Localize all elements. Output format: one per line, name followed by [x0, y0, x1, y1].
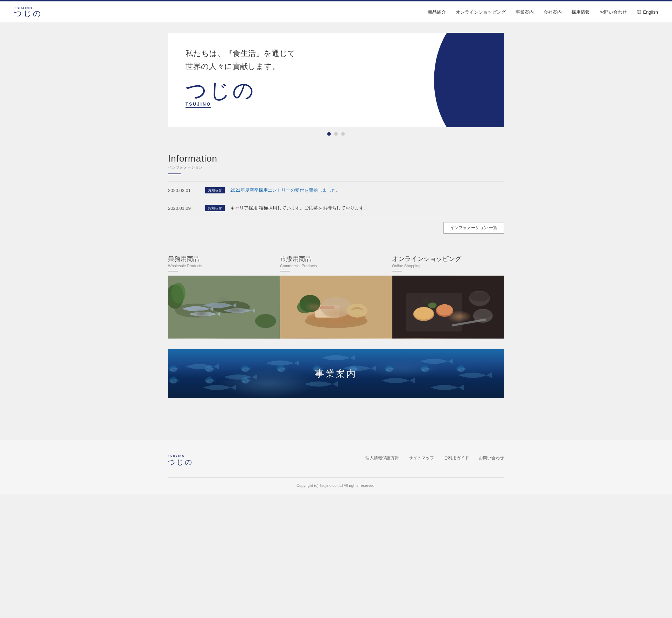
info-text-2: キャリア採用 積極採用しています。ご応募をお待ちしております。 — [230, 205, 368, 211]
svg-point-25 — [437, 304, 453, 315]
products-titles-row: 業務用商品 Wholesale Products 市販用商品 Commercia… — [168, 255, 504, 276]
footer-logo-tsujino: TSUJINO — [168, 454, 193, 457]
nav-item-contact[interactable]: お問い合わせ — [600, 9, 627, 15]
info-date-2: 2020.01.29 — [168, 206, 200, 211]
nav-item-shopping[interactable]: オンラインショッピング — [456, 9, 506, 15]
footer-logo-jp: つじの — [168, 457, 193, 467]
footer-logo: TSUJINO つじの — [168, 454, 193, 467]
info-badge-1: お知らせ — [205, 187, 225, 193]
svg-point-17 — [346, 304, 368, 318]
slider-dots — [168, 127, 504, 143]
svg-point-10 — [255, 314, 276, 328]
hero-tagline-line2: 世界の人々に貢献します。 — [186, 60, 486, 73]
product-title-en-3: Online Shopping — [392, 264, 500, 268]
jigyou-banner[interactable]: 事業案内 — [168, 349, 504, 398]
hero-section: 私たちは、『食生活』を通じて 世界の人々に貢献します。 つじの TSUJINO — [168, 33, 504, 143]
svg-point-24 — [436, 304, 454, 317]
info-title-en: Information — [168, 153, 504, 164]
svg-point-30 — [474, 310, 492, 318]
product-divider-1 — [168, 271, 178, 271]
product-title-en-2: Commercial Products — [280, 264, 388, 268]
slider-dot-1[interactable] — [327, 132, 331, 136]
product-link-commercial[interactable] — [280, 276, 392, 339]
product-link-wholesale[interactable] — [168, 276, 280, 339]
svg-point-7 — [211, 301, 250, 313]
hero-brand-tsujino: TSUJINO — [186, 102, 211, 108]
svg-point-16 — [320, 297, 352, 318]
info-title-jp: インフォメーション — [168, 165, 504, 170]
nav-item-careers[interactable]: 採用情報 — [572, 9, 590, 15]
info-link-1[interactable]: 2021年度新卒採用エントリーの受付を開始しました。 — [230, 187, 341, 193]
logo-jp-text: つじの — [14, 10, 42, 17]
svg-point-29 — [473, 309, 493, 323]
info-item-1: 2020.03.01 お知らせ 2021年度新卒採用エントリーの受付を開始しまし… — [168, 182, 504, 199]
product-img-online — [392, 276, 504, 339]
hero-tagline-line1: 私たちは、『食生活』を通じて — [186, 47, 486, 60]
svg-point-28 — [470, 292, 489, 301]
product-images-row — [168, 276, 504, 339]
product-divider-3 — [392, 271, 402, 271]
lang-label: English — [643, 9, 658, 15]
header-logo[interactable]: TSUJINO つじの — [14, 6, 42, 17]
footer-nav-contact[interactable]: お問い合わせ — [479, 455, 504, 460]
product-title-en-1: Wholesale Products — [168, 264, 276, 268]
product-img-commercial — [280, 276, 392, 339]
product-col-2-header: 市販用商品 Commercial Products — [280, 255, 392, 276]
lang-switch[interactable]: English — [637, 9, 658, 15]
svg-point-13 — [306, 312, 365, 323]
globe-icon — [637, 9, 642, 14]
svg-rect-14 — [315, 305, 340, 318]
hero-banner: 私たちは、『食生活』を通じて 世界の人々に貢献します。 つじの TSUJINO — [168, 33, 504, 127]
slider-dot-2[interactable] — [334, 132, 338, 136]
online-illustration — [392, 276, 504, 339]
nav-item-business[interactable]: 事業案内 — [516, 9, 534, 15]
svg-rect-21 — [406, 293, 462, 332]
svg-point-22 — [413, 307, 434, 321]
site-footer: TSUJINO つじの 個人情報保護方針 サイトマップ ご利用ガイド お問い合わ… — [0, 440, 672, 495]
product-title-jp-1: 業務用商品 — [168, 255, 276, 263]
svg-point-26 — [428, 303, 437, 308]
footer-top: TSUJINO つじの 個人情報保護方針 サイトマップ ご利用ガイド お問い合わ… — [168, 454, 504, 474]
jigyou-label: 事業案内 — [315, 368, 357, 380]
footer-nav-guide[interactable]: ご利用ガイド — [444, 455, 469, 460]
svg-rect-5 — [168, 276, 280, 338]
product-col-1-header: 業務用商品 Wholesale Products — [168, 255, 280, 276]
svg-rect-15 — [320, 306, 334, 309]
product-img-wholesale — [168, 276, 280, 339]
footer-inner: TSUJINO つじの 個人情報保護方針 サイトマップ ご利用ガイド お問い合わ… — [168, 454, 504, 488]
info-more-btn[interactable]: インフォメーション 一覧 — [443, 222, 504, 234]
info-date-1: 2020.03.01 — [168, 188, 200, 193]
product-divider-2 — [280, 271, 290, 271]
product-col-3-header: オンラインショッピング Online Shopping — [392, 255, 504, 276]
svg-point-23 — [414, 307, 434, 320]
main-content: Information インフォメーション 2020.03.01 お知らせ 20… — [168, 143, 504, 440]
commercial-illustration — [280, 276, 392, 339]
footer-nav-privacy[interactable]: 個人情報保護方針 — [365, 455, 399, 460]
hero-content: 私たちは、『食生活』を通じて 世界の人々に貢献します。 つじの TSUJINO — [168, 33, 504, 122]
footer-nav-sitemap[interactable]: サイトマップ — [409, 455, 434, 460]
info-badge-2: お知らせ — [205, 205, 225, 211]
svg-rect-31 — [452, 318, 486, 326]
footer-nav: 個人情報保護方針 サイトマップ ご利用ガイド お問い合わせ — [365, 454, 504, 461]
svg-point-6 — [175, 304, 217, 318]
hero-brand: つじの TSUJINO — [186, 80, 486, 108]
svg-point-12 — [304, 314, 367, 328]
nav-item-products[interactable]: 商品紹介 — [428, 9, 446, 15]
info-item-2: 2020.01.29 お知らせ キャリア採用 積極採用しています。ご応募をお待ち… — [168, 199, 504, 217]
svg-point-9 — [172, 283, 186, 304]
info-more-wrap: インフォメーション 一覧 — [168, 222, 504, 234]
hero-brand-jp: つじの — [186, 80, 256, 101]
hero-tagline: 私たちは、『食生活』を通じて 世界の人々に貢献します。 — [186, 47, 486, 73]
svg-point-19 — [297, 301, 312, 313]
nav-item-company[interactable]: 会社案内 — [544, 9, 562, 15]
info-text-1: 2021年度新卒採用エントリーの受付を開始しました。 — [230, 187, 341, 193]
product-link-online[interactable] — [392, 276, 504, 339]
wholesale-illustration — [168, 276, 280, 339]
product-title-jp-2: 市販用商品 — [280, 255, 388, 263]
site-header: TSUJINO つじの 商品紹介 オンラインショッピング 事業案内 会社案内 採… — [0, 0, 672, 22]
main-nav: 商品紹介 オンラインショッピング 事業案内 会社案内 採用情報 お問い合わせ E… — [428, 9, 658, 15]
products-section: 業務用商品 Wholesale Products 市販用商品 Commercia… — [168, 255, 504, 339]
svg-rect-20 — [392, 276, 504, 338]
slider-dot-3[interactable] — [341, 132, 345, 136]
information-section: Information インフォメーション 2020.03.01 お知らせ 20… — [168, 143, 504, 241]
